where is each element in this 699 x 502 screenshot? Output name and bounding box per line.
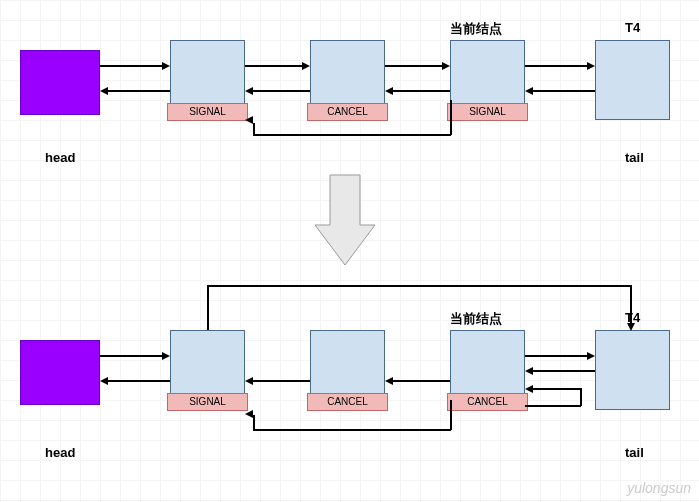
top-current-label: 当前结点	[450, 20, 502, 38]
arrow-head	[627, 323, 635, 331]
arrow	[450, 100, 452, 135]
arrow-head	[245, 377, 253, 385]
arrow	[253, 415, 255, 430]
arrow	[385, 65, 442, 67]
arrow-head	[302, 62, 310, 70]
arrow-head	[162, 62, 170, 70]
arrow	[253, 134, 451, 136]
top-node-2: CANCEL	[310, 40, 385, 120]
arrow	[253, 90, 310, 92]
arrow	[393, 380, 450, 382]
top-tail-label: tail	[625, 150, 644, 165]
bottom-node-2: CANCEL	[310, 330, 385, 410]
bottom-node-4	[595, 330, 670, 410]
arrow	[100, 65, 162, 67]
bottom-node-2-status: CANCEL	[307, 393, 388, 411]
top-t4-label: T4	[625, 20, 640, 35]
arrow-head	[385, 87, 393, 95]
transition-arrow	[310, 170, 380, 270]
arrow	[245, 65, 302, 67]
bottom-node-3-status: CANCEL	[447, 393, 528, 411]
arrow	[533, 90, 595, 92]
arrow	[393, 90, 450, 92]
arrow-head	[525, 385, 533, 393]
arrow-head	[385, 377, 393, 385]
arrow	[450, 400, 452, 430]
arrow	[630, 285, 632, 325]
arrow	[207, 285, 630, 287]
arrow-head	[525, 367, 533, 375]
arrow	[108, 380, 170, 382]
bottom-current-label: 当前结点	[450, 310, 502, 328]
arrow	[533, 388, 580, 390]
arrow	[253, 380, 310, 382]
arrow	[253, 123, 255, 135]
top-node-2-status: CANCEL	[307, 103, 388, 121]
bottom-node-3: CANCEL	[450, 330, 525, 410]
arrow-head	[525, 87, 533, 95]
top-head-node	[20, 50, 100, 115]
arrow	[525, 355, 587, 357]
top-node-3-status: SIGNAL	[447, 103, 528, 121]
arrow	[580, 388, 582, 406]
arrow	[207, 285, 209, 330]
bottom-node-1-status: SIGNAL	[167, 393, 248, 411]
bottom-head-label: head	[45, 445, 75, 460]
arrow-head	[587, 352, 595, 360]
arrow	[525, 65, 587, 67]
bottom-tail-label: tail	[625, 445, 644, 460]
arrow-head	[162, 352, 170, 360]
arrow-head	[100, 377, 108, 385]
top-node-3: SIGNAL	[450, 40, 525, 120]
arrow-head	[245, 87, 253, 95]
arrow-head	[587, 62, 595, 70]
top-node-1-status: SIGNAL	[167, 103, 248, 121]
arrow	[533, 370, 595, 372]
arrow	[253, 429, 451, 431]
top-head-label: head	[45, 150, 75, 165]
arrow-head	[100, 87, 108, 95]
bottom-head-node	[20, 340, 100, 405]
arrow	[100, 355, 162, 357]
arrow-head	[245, 410, 253, 418]
top-node-4	[595, 40, 670, 120]
watermark: yulongsun	[627, 480, 691, 496]
arrow	[525, 405, 581, 407]
top-node-1: SIGNAL	[170, 40, 245, 120]
arrow-head	[442, 62, 450, 70]
arrow-head	[245, 116, 253, 124]
bottom-node-1: SIGNAL	[170, 330, 245, 410]
arrow	[108, 90, 170, 92]
